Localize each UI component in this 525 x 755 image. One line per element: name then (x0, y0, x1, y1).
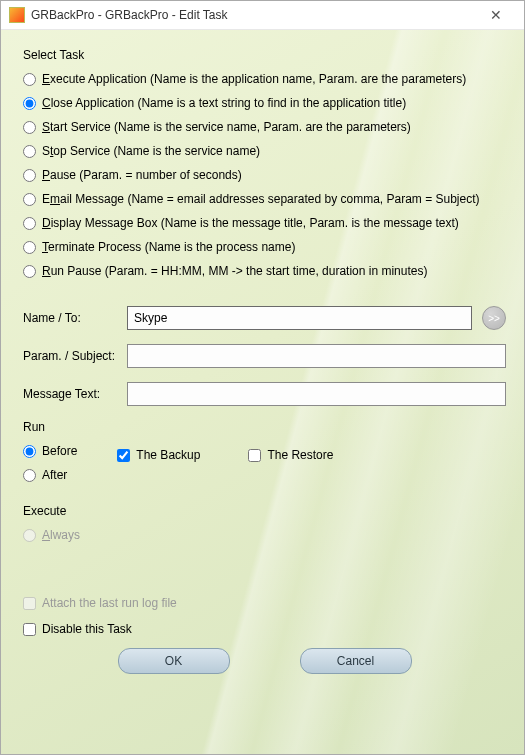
message-input[interactable] (127, 382, 506, 406)
radio-terminate-process-label: Terminate Process (Name is the process n… (42, 240, 295, 254)
select-task-label: Select Task (23, 48, 506, 62)
radio-stop-service-input[interactable] (23, 145, 36, 158)
radio-run-pause-input[interactable] (23, 265, 36, 278)
run-target-group: The Backup The Restore (117, 448, 333, 462)
radio-start-service-input[interactable] (23, 121, 36, 134)
close-icon[interactable]: ✕ (476, 1, 516, 29)
dialog-window: GRBackPro - GRBackPro - Edit Task ✕ Sele… (0, 0, 525, 755)
form-area: Name / To: >> Param. / Subject: Message … (23, 306, 506, 406)
radio-run-pause-label: Run Pause (Param. = HH:MM, MM -> the sta… (42, 264, 427, 278)
radio-terminate-process-input[interactable] (23, 241, 36, 254)
check-disable-task[interactable]: Disable this Task (23, 622, 506, 636)
radio-before[interactable]: Before (23, 444, 77, 458)
cancel-button[interactable]: Cancel (300, 648, 412, 674)
check-the-backup-input[interactable] (117, 449, 130, 462)
message-row: Message Text: (23, 382, 506, 406)
param-input[interactable] (127, 344, 506, 368)
radio-stop-service-label: Stop Service (Name is the service name) (42, 144, 260, 158)
radio-email-message-input[interactable] (23, 193, 36, 206)
radio-email-message[interactable]: Email Message (Name = email addresses se… (23, 192, 506, 206)
bottom-checks: Attach the last run log file Disable thi… (23, 596, 506, 636)
radio-close-application-label: Close Application (Name is a text string… (42, 96, 406, 110)
check-the-restore-label: The Restore (267, 448, 333, 462)
app-icon (9, 7, 25, 23)
radio-terminate-process[interactable]: Terminate Process (Name is the process n… (23, 240, 506, 254)
radio-start-service-label: Start Service (Name is the service name,… (42, 120, 411, 134)
radio-execute-application[interactable]: Execute Application (Name is the applica… (23, 72, 506, 86)
check-the-backup-label: The Backup (136, 448, 200, 462)
radio-after[interactable]: After (23, 468, 77, 482)
radio-run-pause[interactable]: Run Pause (Param. = HH:MM, MM -> the sta… (23, 264, 506, 278)
task-radio-group: Execute Application (Name is the applica… (23, 72, 506, 278)
name-label: Name / To: (23, 311, 127, 325)
radio-start-service[interactable]: Start Service (Name is the service name,… (23, 120, 506, 134)
radio-before-input[interactable] (23, 445, 36, 458)
radio-email-message-label: Email Message (Name = email addresses se… (42, 192, 480, 206)
radio-display-message[interactable]: Display Message Box (Name is the message… (23, 216, 506, 230)
radio-pause[interactable]: Pause (Param. = number of seconds) (23, 168, 506, 182)
radio-stop-service[interactable]: Stop Service (Name is the service name) (23, 144, 506, 158)
ok-button[interactable]: OK (118, 648, 230, 674)
radio-display-message-input[interactable] (23, 217, 36, 230)
dialog-body: Select Task Execute Application (Name is… (1, 30, 524, 754)
run-timing-group: Before After (23, 444, 77, 482)
name-row: Name / To: >> (23, 306, 506, 330)
execute-block: Execute Always (23, 504, 506, 542)
radio-always: Always (23, 528, 506, 542)
radio-close-application-input[interactable] (23, 97, 36, 110)
radio-after-input[interactable] (23, 469, 36, 482)
radio-before-label: Before (42, 444, 77, 458)
check-disable-task-label: Disable this Task (42, 622, 132, 636)
radio-always-input (23, 529, 36, 542)
check-attach-log-label: Attach the last run log file (42, 596, 177, 610)
radio-after-label: After (42, 468, 67, 482)
run-block: Run Before After The Backup (23, 420, 506, 482)
message-label: Message Text: (23, 387, 127, 401)
param-label: Param. / Subject: (23, 349, 127, 363)
radio-close-application[interactable]: Close Application (Name is a text string… (23, 96, 506, 110)
window-title: GRBackPro - GRBackPro - Edit Task (31, 8, 476, 22)
check-the-restore[interactable]: The Restore (248, 448, 333, 462)
check-attach-log-input (23, 597, 36, 610)
run-label: Run (23, 420, 506, 434)
radio-execute-application-input[interactable] (23, 73, 36, 86)
execute-label: Execute (23, 504, 506, 518)
check-attach-log: Attach the last run log file (23, 596, 506, 610)
titlebar[interactable]: GRBackPro - GRBackPro - Edit Task ✕ (1, 1, 524, 30)
check-disable-task-input[interactable] (23, 623, 36, 636)
button-row: OK Cancel (23, 648, 506, 674)
param-row: Param. / Subject: (23, 344, 506, 368)
check-the-restore-input[interactable] (248, 449, 261, 462)
chevron-right-icon: >> (488, 313, 500, 324)
check-the-backup[interactable]: The Backup (117, 448, 200, 462)
name-input[interactable] (127, 306, 472, 330)
radio-always-label: Always (42, 528, 80, 542)
browse-button[interactable]: >> (482, 306, 506, 330)
radio-pause-input[interactable] (23, 169, 36, 182)
radio-pause-label: Pause (Param. = number of seconds) (42, 168, 242, 182)
radio-execute-application-label: Execute Application (Name is the applica… (42, 72, 466, 86)
radio-display-message-label: Display Message Box (Name is the message… (42, 216, 459, 230)
